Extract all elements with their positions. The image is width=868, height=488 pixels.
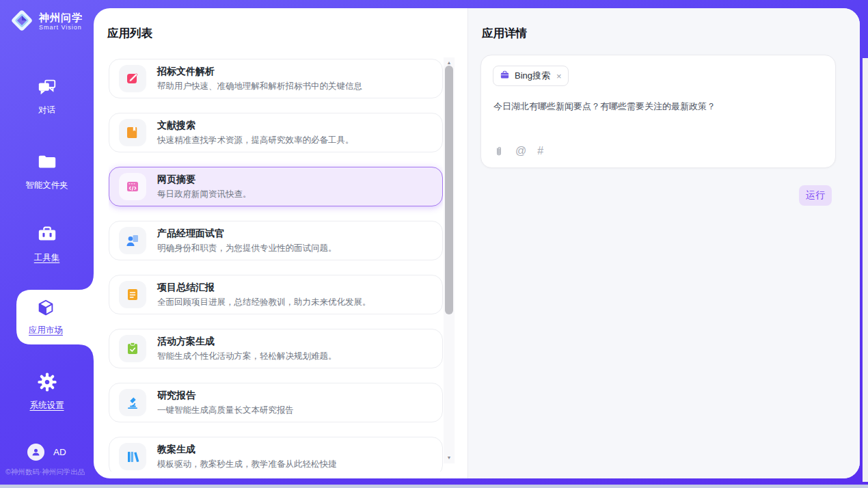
app-list-pane: 应用列表 招标文件解析 帮助用户快速、准确地理解和解析招标书中的关键信息 文献搜…	[94, 8, 467, 478]
scrollbar-thumb[interactable]	[445, 66, 453, 314]
hash-icon[interactable]: #	[537, 145, 543, 157]
app-card[interactable]: 研究报告 一键智能生成高质量长文本研究报告	[109, 383, 443, 422]
webpage-code-icon	[119, 173, 146, 200]
app-card-name: 网页摘要	[157, 174, 252, 186]
scroll-down-icon[interactable]: ▼	[444, 452, 455, 462]
app-detail-title: 应用详情	[482, 26, 527, 41]
brand-subtitle: Smart Vision	[39, 25, 83, 31]
page-scrollbar[interactable]	[863, 58, 868, 482]
briefcase-icon	[500, 70, 510, 83]
app-card-desc: 一键智能生成高质量长文本研究报告	[157, 405, 294, 416]
tool-tag-bing-search[interactable]: Bing搜索 ×	[493, 66, 569, 86]
app-card-desc: 明确身份和职责，为您提供专业性的面试问题。	[157, 243, 337, 254]
app-card-name: 招标文件解析	[157, 66, 362, 78]
copyright-text: ©神州数码·神州问学出品	[5, 467, 85, 477]
brand-logo: 神州问学 Smart Vision	[10, 8, 83, 36]
sidebar-item-label: 智能文件夹	[25, 180, 68, 191]
chat-icon	[37, 77, 57, 100]
app-card-desc: 全面回顾项目进展，总结经验教训，助力未来优化发展。	[157, 297, 371, 308]
app-card-desc: 快速精准查找学术资源，提高研究效率的必备工具。	[157, 135, 354, 146]
app-card[interactable]: 网页摘要 每日政府新闻资讯快查。	[109, 167, 443, 206]
attachment-toolbar: @#	[493, 145, 543, 157]
app-detail-pane: 应用详情 Bing搜索 × 今日湖北有哪些新闻要点？有哪些需要关注的最新政策？ …	[467, 8, 860, 478]
gem-diamond-icon	[10, 8, 34, 36]
sidebar-item-label: 对话	[38, 105, 55, 116]
prompt-card: Bing搜索 × 今日湖北有哪些新闻要点？有哪些需要关注的最新政策？ @#	[480, 55, 836, 168]
app-card-name: 项目总结汇报	[157, 282, 371, 294]
at-icon[interactable]: @	[515, 145, 526, 157]
user-account[interactable]: AD	[27, 444, 66, 461]
user-name: AD	[53, 447, 66, 457]
sidebar-item-label: 应用市场	[29, 325, 63, 336]
sidebar-item-toolbox[interactable]: 工具集	[0, 224, 94, 264]
paperclip-icon[interactable]	[493, 146, 504, 157]
book-icon	[119, 119, 146, 146]
app-card-desc: 帮助用户快速、准确地理解和解析招标书中的关键信息	[157, 81, 362, 92]
person-icon	[27, 444, 44, 461]
run-button[interactable]: 运行	[799, 185, 832, 206]
app-card-name: 教案生成	[157, 444, 337, 456]
clipboard-check-icon	[119, 335, 146, 362]
app-list-title: 应用列表	[107, 26, 152, 41]
app-card[interactable]: 文献搜索 快速精准查找学术资源，提高研究效率的必备工具。	[109, 113, 443, 152]
app-card[interactable]: 产品经理面试官 明确身份和职责，为您提供专业性的面试问题。	[109, 221, 443, 260]
app-card[interactable]: 项目总结汇报 全面回顾项目进展，总结经验教训，助力未来优化发展。	[109, 275, 443, 314]
sidebar-item-folder[interactable]: 智能文件夹	[0, 152, 94, 191]
folder-icon	[37, 152, 57, 175]
sidebar: 神州问学 Smart Vision 对话 智能文件夹 工具集 应用市场 系统设置	[0, 0, 94, 488]
app-window: 神州问学 Smart Vision 对话 智能文件夹 工具集 应用市场 系统设置	[0, 0, 868, 488]
app-card-name: 文献搜索	[157, 120, 354, 132]
window-bottom-edge	[0, 485, 868, 488]
tool-tag-label: Bing搜索	[515, 70, 550, 82]
brand-name: 神州问学	[39, 12, 83, 23]
sidebar-item-gear[interactable]: 系统设置	[0, 372, 94, 411]
app-card[interactable]: 招标文件解析 帮助用户快速、准确地理解和解析招标书中的关键信息	[109, 59, 443, 98]
app-card-desc: 模板驱动，教案秒生成，教学准备从此轻松快捷	[157, 459, 337, 470]
app-card-desc: 每日政府新闻资讯快查。	[157, 189, 252, 200]
sidebar-item-label: 系统设置	[30, 400, 64, 411]
gear-icon	[37, 372, 57, 395]
app-card-name: 活动方案生成	[157, 336, 337, 348]
sidebar-item-cube-active[interactable]: 应用市场	[16, 273, 94, 361]
app-list: 招标文件解析 帮助用户快速、准确地理解和解析招标书中的关键信息 文献搜索 快速精…	[109, 59, 443, 472]
app-card-name: 产品经理面试官	[157, 228, 337, 240]
list-scrollbar[interactable]: ▲ ▼	[444, 57, 455, 463]
toolbox-icon	[37, 224, 57, 247]
edit-doc-icon	[119, 65, 146, 92]
query-text-input[interactable]: 今日湖北有哪些新闻要点？有哪些需要关注的最新政策？	[493, 100, 823, 113]
main-panel: 应用列表 招标文件解析 帮助用户快速、准确地理解和解析招标书中的关键信息 文献搜…	[94, 8, 860, 478]
app-card-desc: 智能生成个性化活动方案，轻松解决规划难题。	[157, 351, 337, 362]
sidebar-item-chat[interactable]: 对话	[0, 77, 94, 116]
app-card[interactable]: 教案生成 模板驱动，教案秒生成，教学准备从此轻松快捷	[109, 437, 443, 472]
app-card-name: 研究报告	[157, 390, 294, 402]
books-icon	[119, 443, 146, 470]
microscope-icon	[119, 389, 146, 416]
cube-icon	[36, 298, 56, 321]
close-icon[interactable]: ×	[556, 71, 562, 81]
interviewer-icon	[119, 227, 146, 254]
note-lines-icon	[119, 281, 146, 308]
app-card[interactable]: 活动方案生成 智能生成个性化活动方案，轻松解决规划难题。	[109, 329, 443, 368]
sidebar-item-label: 工具集	[34, 252, 60, 264]
